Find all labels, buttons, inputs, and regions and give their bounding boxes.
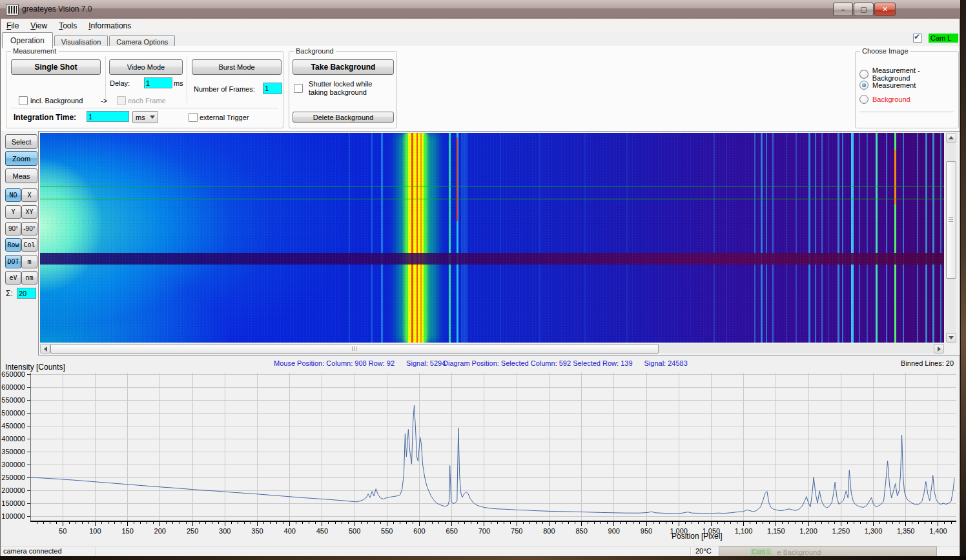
background-group-label: Background <box>294 47 336 55</box>
ghost-cam-label: Cam L <box>750 548 772 555</box>
image-horizontal-scrollbar[interactable] <box>40 344 944 353</box>
each-frame-checkbox[interactable] <box>117 96 126 105</box>
integration-time-input[interactable] <box>87 111 129 122</box>
meter-unit-button[interactable]: m <box>21 255 37 268</box>
operation-panel: Measurement Single Shot Video Mode Delay… <box>1 46 960 132</box>
radio-circle-icon[interactable] <box>859 70 868 79</box>
close-button[interactable]: ✕ <box>874 3 896 16</box>
svg-text:950: 950 <box>641 527 652 535</box>
cam-led-checkbox[interactable] <box>913 34 922 43</box>
svg-text:150000: 150000 <box>1 499 25 507</box>
external-trigger-checkbox[interactable] <box>189 113 198 122</box>
arrow-down-icon <box>949 336 954 339</box>
spectral-image[interactable] <box>40 133 944 343</box>
intensity-chart[interactable]: Intensity [Counts] 100000150000200000250… <box>0 359 960 546</box>
take-background-button[interactable]: Take Background <box>293 59 394 75</box>
scroll-up-button[interactable] <box>946 133 956 143</box>
horizontal-scroll-thumb[interactable] <box>50 344 659 354</box>
scroll-right-button[interactable] <box>934 344 944 354</box>
select-tool-button[interactable]: Select <box>5 134 37 149</box>
svg-text:650: 650 <box>446 527 458 535</box>
nm-unit-button[interactable]: nm <box>21 271 37 285</box>
flip-y-button[interactable]: Y <box>5 205 21 219</box>
delay-input[interactable] <box>144 77 172 88</box>
menu-informations[interactable]: Informations <box>83 19 137 30</box>
single-shot-button[interactable]: Single Shot <box>11 59 101 75</box>
chart-plot-area[interactable]: 1000001500002000002500003000003500004000… <box>0 359 960 546</box>
svg-text:150: 150 <box>121 527 133 535</box>
menu-view[interactable]: View <box>25 19 53 30</box>
svg-text:1,300: 1,300 <box>865 527 883 535</box>
svg-text:100000: 100000 <box>1 512 25 520</box>
vertical-scroll-thumb[interactable] <box>946 161 956 279</box>
image-vertical-scrollbar[interactable] <box>945 133 956 343</box>
radio-label: Background <box>872 95 910 103</box>
arrow-left-icon <box>44 346 47 352</box>
each-frame-label: each Frame <box>128 97 166 105</box>
desktop-background-bottom <box>0 556 966 560</box>
title-bar[interactable]: greateyes Vision 7.0 – ▢ ✕ <box>0 0 960 19</box>
chevron-down-icon <box>150 115 155 119</box>
choose-image-group: Choose Image Measurement - BackgroundMea… <box>855 51 959 128</box>
flip-x-button[interactable]: X <box>21 188 37 202</box>
frames-input[interactable] <box>263 83 282 94</box>
radio-background[interactable]: Background <box>859 95 910 104</box>
app-icon <box>6 4 19 15</box>
integration-unit-select[interactable]: ms <box>132 111 158 123</box>
menu-file[interactable]: File <box>1 19 25 30</box>
radio-circle-icon[interactable] <box>859 81 868 90</box>
tab-operation[interactable]: Operation <box>2 32 53 48</box>
dot-mode-button[interactable]: DOT <box>5 255 21 268</box>
arrow-right-icon <box>938 346 941 352</box>
radio-label: Measurement <box>872 81 916 89</box>
flip-xy-button[interactable]: XY <box>21 205 37 219</box>
svg-text:350: 350 <box>251 527 263 535</box>
svg-text:1,150: 1,150 <box>767 527 785 535</box>
frames-label: Number of Frames: <box>194 85 255 93</box>
rotate-cw-button[interactable]: 90° <box>5 222 21 235</box>
svg-text:450: 450 <box>316 527 328 535</box>
svg-text:400000: 400000 <box>1 435 25 443</box>
row-mode-button[interactable]: Row <box>5 238 21 252</box>
delete-background-button[interactable]: Delete Background <box>293 112 394 123</box>
svg-text:500000: 500000 <box>1 409 25 417</box>
maximize-button[interactable]: ▢ <box>854 3 874 16</box>
svg-text:500: 500 <box>349 527 360 535</box>
svg-text:550000: 550000 <box>1 396 25 404</box>
video-mode-button[interactable]: Video Mode <box>109 59 183 75</box>
svg-text:550: 550 <box>381 527 393 535</box>
radio-measurement[interactable]: Measurement <box>859 81 916 90</box>
ev-unit-button[interactable]: eV <box>5 271 21 285</box>
svg-text:1,350: 1,350 <box>897 527 915 535</box>
rotate-ccw-button[interactable]: -90° <box>21 222 37 235</box>
scroll-down-button[interactable] <box>946 333 956 343</box>
svg-text:900: 900 <box>608 527 620 535</box>
svg-text:1,250: 1,250 <box>832 527 850 535</box>
scroll-left-button[interactable] <box>40 344 50 354</box>
camera-status-text: camera connected <box>3 547 62 555</box>
incl-background-checkbox[interactable] <box>19 96 28 105</box>
svg-text:700: 700 <box>478 527 490 535</box>
minimize-button[interactable]: – <box>833 3 853 16</box>
burst-mode-button[interactable]: Burst Mode <box>192 59 282 75</box>
zoom-tool-button[interactable]: Zoom <box>5 151 37 166</box>
svg-text:200000: 200000 <box>1 486 25 494</box>
sigma-label: Σ: <box>6 289 13 298</box>
radio-circle-icon[interactable] <box>859 95 868 104</box>
ghost-overlay-panel: Cam L e Background <box>719 546 937 556</box>
radio-measurement-background[interactable]: Measurement - Background <box>859 66 958 82</box>
meas-tool-button[interactable]: Meas <box>5 168 37 183</box>
chart-x-axis-title: Position [Pixel] <box>672 532 723 541</box>
svg-text:200: 200 <box>154 527 166 535</box>
arrow-label: -> <box>101 97 107 105</box>
svg-text:400: 400 <box>284 527 296 535</box>
menu-tools[interactable]: Tools <box>53 19 83 30</box>
svg-text:300: 300 <box>219 527 231 535</box>
binned-lines-input[interactable] <box>17 288 36 299</box>
temperature-status: 20°C <box>695 547 712 555</box>
no-button[interactable]: NO <box>5 188 21 202</box>
shutter-locked-checkbox[interactable] <box>294 84 303 93</box>
col-mode-button[interactable]: Col <box>21 238 37 252</box>
svg-text:600: 600 <box>413 527 425 535</box>
svg-text:850: 850 <box>575 527 587 535</box>
